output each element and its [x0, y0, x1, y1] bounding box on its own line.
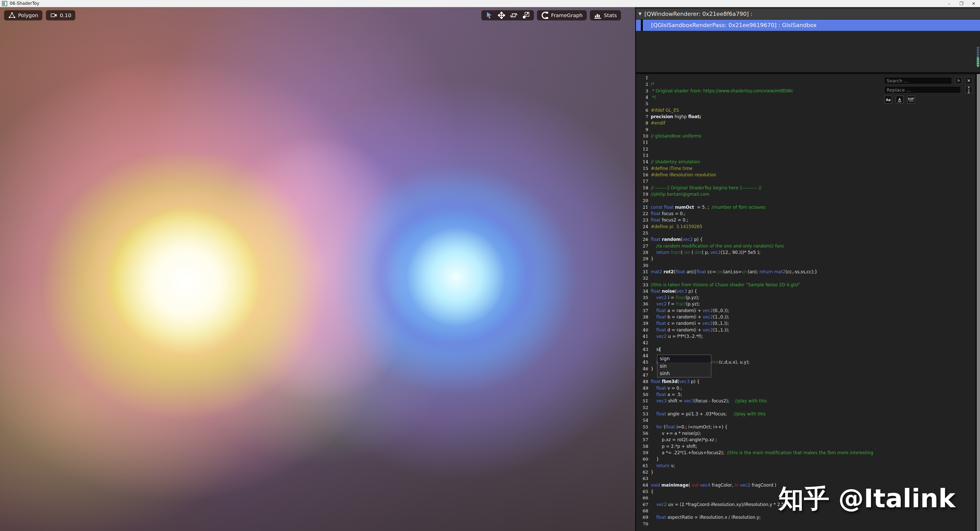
- code-line[interactable]: 8#endif: [636, 120, 980, 126]
- code-line[interactable]: 56 v += a * noise(p);: [636, 430, 980, 437]
- find-next-button[interactable]: >: [955, 77, 962, 84]
- code-line[interactable]: 22float focus = 0.;: [636, 210, 980, 217]
- autocomplete-item[interactable]: sinh: [657, 370, 711, 377]
- camera-speed-button[interactable]: 0.10: [46, 10, 76, 21]
- code-token: float: [651, 379, 662, 384]
- tree-row-glsl-sandbox[interactable]: [QGlslSandboxRenderPass: 0x21ee9619670] …: [636, 20, 980, 31]
- code-line[interactable]: 10// glslsandbox uniforms: [636, 133, 980, 139]
- code-line[interactable]: 32: [636, 275, 980, 281]
- editor-scrollbar[interactable]: [976, 74, 980, 531]
- code-line[interactable]: 13: [636, 152, 980, 159]
- replace-input[interactable]: [884, 86, 961, 94]
- code-line[interactable]: 37 float a = random(i + vec2(0.,0.));: [636, 307, 980, 314]
- code-line[interactable]: 14// shadertoy emulation: [636, 159, 980, 165]
- code-line[interactable]: 29}: [636, 256, 980, 262]
- code-line[interactable]: 19//philip.bertani@gmail.com: [636, 191, 980, 197]
- code-line[interactable]: 9: [636, 127, 980, 133]
- line-number: 9: [636, 127, 648, 133]
- maximize-button[interactable]: ❐: [957, 0, 966, 7]
- code-line[interactable]: 41 vec2 u = f*f*(3.-2.*f);: [636, 333, 980, 340]
- code-token: (1.,1.));: [713, 328, 729, 332]
- replace-all-button[interactable]: A↳B: [965, 86, 972, 94]
- code-line[interactable]: 15#define iTime time: [636, 165, 980, 172]
- code-line[interactable]: 51 vec3 shift = vec3(focus - focus2); //…: [636, 398, 980, 404]
- code-line[interactable]: 24#define pi 3.14159265: [636, 224, 980, 230]
- code-line[interactable]: 17: [636, 178, 980, 184]
- code-line[interactable]: 57 p.xz = rot2(-angle)*p.xz ;: [636, 437, 980, 443]
- code-line[interactable]: 23float focus2 = 0.;: [636, 217, 980, 223]
- code-line[interactable]: 53 float angle = pi/1.3 + .03*focus; //p…: [636, 411, 980, 417]
- minimize-button[interactable]: –: [945, 0, 953, 7]
- autocomplete-item[interactable]: sin: [657, 362, 711, 370]
- code-token: const float: [651, 205, 675, 210]
- code-line[interactable]: 39 float c = random(i + vec2(0.,1.));: [636, 320, 980, 327]
- tree-scrollbar[interactable]: [977, 46, 980, 67]
- code-line[interactable]: 40 float d = random(i + vec2(1.,1.));: [636, 327, 980, 333]
- code-line[interactable]: 16#define iResolution resolution: [636, 172, 980, 178]
- code-token: return: [651, 463, 670, 468]
- code-line[interactable]: 59 a *= .22*(1.+focus+focus2); //this is…: [636, 450, 980, 456]
- code-line[interactable]: 43 si: [636, 346, 980, 353]
- scale-icon[interactable]: [522, 11, 530, 19]
- select-cursor-icon[interactable]: [485, 11, 493, 19]
- code-line[interactable]: 6#ifdef GL_ES: [636, 107, 980, 114]
- code-line[interactable]: 31mat2 rot2(float an){float cc=cos(an),s…: [636, 269, 980, 275]
- code-line[interactable]: 25: [636, 230, 980, 236]
- code-line[interactable]: 52: [636, 404, 980, 411]
- code-line[interactable]: 12: [636, 146, 980, 152]
- code-line[interactable]: 18// --------[ Original ShaderToy begins…: [636, 185, 980, 191]
- line-number: 30: [636, 262, 648, 269]
- code-token: float: [651, 211, 662, 216]
- code-lines[interactable]: 12/*3 * Original shader from: https://ww…: [636, 75, 980, 527]
- code-line[interactable]: 58 p = 2.*p + shift;: [636, 443, 980, 450]
- code-line[interactable]: 21const float numOct = 5. ; //number of …: [636, 204, 980, 210]
- code-line[interactable]: 34float noise(vec3 p) {: [636, 288, 980, 294]
- code-line[interactable]: 30: [636, 262, 980, 269]
- code-token: precision: [651, 114, 673, 119]
- match-case-toggle[interactable]: Aa: [884, 96, 892, 103]
- code-line[interactable]: 54: [636, 417, 980, 424]
- code-line[interactable]: 7precision highp float;: [636, 114, 980, 120]
- code-token: focus2 = 0.;: [662, 218, 688, 223]
- code-line[interactable]: 49 float v = 0.;: [636, 385, 980, 391]
- code-line[interactable]: 61 return v;: [636, 463, 980, 469]
- tree-row-window-renderer[interactable]: ▼ [QWindowRenderer: 0x21ee8f6a790] :: [636, 9, 980, 19]
- code-line[interactable]: 35 vec2 i = floor(p.yz);: [636, 294, 980, 301]
- right-panel: ▼ [QWindowRenderer: 0x21ee8f6a790] : [QG…: [635, 7, 980, 531]
- shader-viewport[interactable]: Polygon 0.10: [0, 7, 635, 531]
- move-icon[interactable]: [498, 11, 505, 19]
- code-line[interactable]: 50 float a = .5;: [636, 391, 980, 398]
- code-token: fract: [671, 250, 681, 255]
- code-token: b = random(i +: [666, 314, 703, 320]
- close-button[interactable]: ✕: [969, 0, 978, 7]
- tree-selected-row[interactable]: [QGlslSandboxRenderPass: 0x21ee9619670] …: [643, 20, 980, 31]
- polygon-mode-button[interactable]: Polygon: [4, 10, 42, 21]
- search-input[interactable]: [884, 77, 952, 84]
- code-line[interactable]: 26float random(vec2 p) {: [636, 236, 980, 243]
- line-number: 14: [636, 159, 648, 165]
- framegraph-button[interactable]: FrameGraph: [537, 10, 587, 21]
- whole-word-toggle[interactable]: A: [896, 96, 904, 103]
- rotate-icon[interactable]: [510, 11, 517, 19]
- code-line[interactable]: 70: [636, 521, 980, 527]
- code-line[interactable]: 11: [636, 139, 980, 146]
- line-number: 49: [636, 385, 648, 391]
- code-line[interactable]: 62}: [636, 469, 980, 475]
- code-line[interactable]: 27 //a random modification of the one an…: [636, 243, 980, 249]
- code-line[interactable]: 20: [636, 197, 980, 204]
- autocomplete-item[interactable]: sign: [657, 355, 711, 362]
- code-line[interactable]: 33//this is taken from Visions of Chaos …: [636, 282, 980, 288]
- stats-button[interactable]: Stats: [590, 10, 621, 21]
- code-line[interactable]: 38 float b = random(i + vec2(1.,0.));: [636, 314, 980, 320]
- code-editor[interactable]: 12/*3 * Original shader from: https://ww…: [636, 74, 980, 531]
- code-line[interactable]: 48float fbm3d(vec3 p) {: [636, 378, 980, 385]
- search-close-button[interactable]: ✕: [965, 77, 972, 84]
- code-line[interactable]: 28 return fract( sin ( dot( p, vec2(12.,…: [636, 249, 980, 256]
- code-line[interactable]: 63: [636, 475, 980, 482]
- regex-toggle[interactable]: EXP: [907, 96, 915, 103]
- code-line[interactable]: 42: [636, 340, 980, 346]
- code-line[interactable]: 36 vec2 f = fract(p.yz);: [636, 301, 980, 307]
- code-line[interactable]: 60 }: [636, 456, 980, 463]
- code-line[interactable]: 55 for (float i=0.; i<numOct; i++) {: [636, 424, 980, 430]
- chevron-down-icon[interactable]: ▼: [638, 9, 641, 19]
